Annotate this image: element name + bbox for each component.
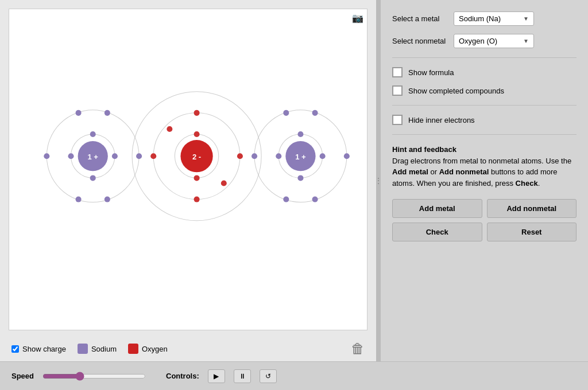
show-charge-checkbox-label[interactable]: Show charge xyxy=(11,345,66,353)
oxygen-color-swatch xyxy=(128,344,138,354)
svg-point-26 xyxy=(221,180,227,186)
nonmetal-label: Select nonmetal xyxy=(392,37,447,45)
add-metal-button[interactable]: Add metal xyxy=(392,199,482,218)
divider-3 xyxy=(392,134,577,135)
controls-label: Controls: xyxy=(166,372,199,380)
svg-point-40 xyxy=(344,153,350,159)
svg-point-31 xyxy=(297,131,303,137)
svg-point-21 xyxy=(194,110,200,116)
svg-text:1 +: 1 + xyxy=(295,153,306,161)
add-metal-hint: Add metal xyxy=(392,167,428,176)
atom-diagram: 1 + xyxy=(9,9,367,297)
svg-point-12 xyxy=(44,153,49,159)
sodium-color-swatch xyxy=(78,344,88,354)
svg-point-33 xyxy=(276,153,281,159)
metal-dropdown-value: Sodium (Na) xyxy=(459,14,501,23)
show-completed-label: Show completed compounds xyxy=(408,87,504,95)
metal-dropdown-arrow: ▼ xyxy=(523,15,529,22)
metal-select-row: Select a metal Sodium (Na) ▼ xyxy=(392,11,577,26)
svg-point-7 xyxy=(112,153,118,159)
hide-electrons-checkbox[interactable] xyxy=(392,115,403,125)
add-nonmetal-hint: Add nonmetal xyxy=(439,167,489,176)
hide-electrons-row[interactable]: Hide inner electrons xyxy=(392,115,577,125)
svg-text:1 +: 1 + xyxy=(87,153,98,161)
reset-button[interactable]: Reset xyxy=(487,223,577,241)
action-buttons: Add metal Add nonmetal Check Reset xyxy=(392,199,577,241)
svg-point-20 xyxy=(194,175,200,181)
svg-point-25 xyxy=(167,126,172,132)
reset-icon: ↺ xyxy=(265,372,271,380)
svg-point-36 xyxy=(312,110,318,116)
svg-point-19 xyxy=(194,131,200,137)
right-panel: Select a metal Sodium (Na) ▼ Select nonm… xyxy=(381,0,588,361)
bottom-bar: Speed Controls: ▶ ⏸ ↺ xyxy=(0,361,588,390)
show-formula-row[interactable]: Show formula xyxy=(392,67,577,77)
svg-point-4 xyxy=(90,131,96,137)
sodium-legend: Sodium xyxy=(78,344,117,354)
oxygen-legend: Oxygen xyxy=(128,344,168,354)
show-completed-row[interactable]: Show completed compounds xyxy=(392,85,577,96)
canvas-legend: Show charge Sodium Oxygen 🗑 xyxy=(0,336,376,361)
speed-slider[interactable] xyxy=(42,372,146,381)
reset-playback-button[interactable]: ↺ xyxy=(260,369,277,383)
show-charge-text: Show charge xyxy=(22,345,66,353)
hint-section: Hint and feedback Drag electrons from me… xyxy=(392,144,577,189)
canvas-area: 📷 1 + xyxy=(9,9,368,330)
pause-button[interactable]: ⏸ xyxy=(234,369,251,383)
svg-point-9 xyxy=(105,110,110,116)
divider-2 xyxy=(392,105,577,106)
nonmetal-dropdown-arrow: ▼ xyxy=(523,38,529,44)
trash-icon[interactable]: 🗑 xyxy=(351,341,365,357)
svg-point-37 xyxy=(283,197,289,202)
panel-separator xyxy=(376,0,381,361)
play-button[interactable]: ▶ xyxy=(208,369,225,383)
metal-dropdown[interactable]: Sodium (Na) ▼ xyxy=(454,11,534,26)
add-nonmetal-button[interactable]: Add nonmetal xyxy=(487,199,577,218)
sodium-label: Sodium xyxy=(91,345,117,353)
svg-point-32 xyxy=(297,175,303,181)
pause-icon: ⏸ xyxy=(239,372,246,380)
svg-point-34 xyxy=(320,153,326,159)
svg-point-24 xyxy=(237,153,243,159)
svg-text:2 -: 2 - xyxy=(192,153,201,161)
show-formula-label: Show formula xyxy=(408,68,454,77)
svg-point-13 xyxy=(136,153,142,159)
show-completed-checkbox[interactable] xyxy=(392,85,403,96)
svg-point-6 xyxy=(68,153,74,159)
svg-point-8 xyxy=(76,110,82,116)
hint-body: Drag electrons from metal to nonmetal at… xyxy=(392,157,571,188)
left-panel: 📷 1 + xyxy=(0,0,376,361)
check-hint: Check xyxy=(516,179,538,188)
show-charge-checkbox[interactable] xyxy=(11,345,19,353)
check-button[interactable]: Check xyxy=(392,223,482,241)
svg-point-39 xyxy=(252,153,257,159)
show-formula-checkbox[interactable] xyxy=(392,67,403,77)
divider-1 xyxy=(392,57,577,58)
svg-point-35 xyxy=(283,110,289,116)
svg-point-22 xyxy=(194,197,200,202)
hint-title: Hint and feedback xyxy=(392,145,457,154)
svg-point-38 xyxy=(312,197,318,202)
hide-electrons-label: Hide inner electrons xyxy=(408,116,475,124)
nonmetal-dropdown-value: Oxygen (O) xyxy=(459,37,497,45)
speed-label: Speed xyxy=(11,372,34,380)
nonmetal-select-row: Select nonmetal Oxygen (O) ▼ xyxy=(392,34,577,48)
metal-label: Select a metal xyxy=(392,14,447,23)
svg-point-11 xyxy=(105,197,110,202)
svg-point-5 xyxy=(90,175,96,181)
nonmetal-dropdown[interactable]: Oxygen (O) ▼ xyxy=(454,34,534,48)
svg-point-10 xyxy=(76,197,82,202)
oxygen-label: Oxygen xyxy=(142,345,168,353)
svg-point-23 xyxy=(150,153,156,159)
